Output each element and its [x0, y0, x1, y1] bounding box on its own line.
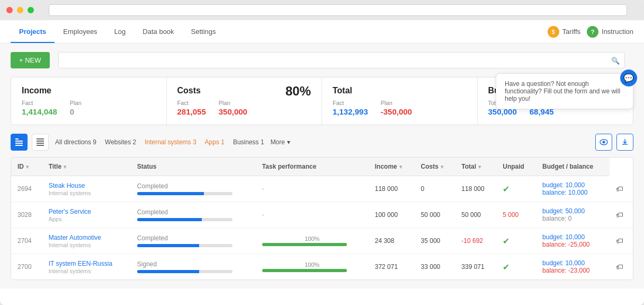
task-percent: 100% — [262, 236, 362, 242]
task-percent: 100% — [262, 262, 362, 268]
cell-income: 100 000 — [369, 202, 415, 228]
task-progress-bar — [262, 243, 347, 246]
nav-databook[interactable]: Data book — [134, 20, 182, 43]
task-dash: - — [262, 211, 264, 219]
table-row: 2700IT system EEN-RussiaInternal systems… — [11, 254, 633, 280]
task-dash: - — [262, 185, 264, 193]
filter-business[interactable]: Business 1 — [231, 137, 266, 147]
project-title-link[interactable]: IT system EEN-Russia — [49, 260, 124, 267]
project-title-link[interactable]: Peter's Service — [49, 208, 124, 215]
budget-value: budget: 50,000 — [542, 207, 603, 215]
progress-bar-blue — [137, 218, 232, 221]
balance-value: balance: 10,000 — [542, 189, 603, 196]
list-view-button[interactable] — [32, 134, 49, 151]
title-bar — [0, 0, 644, 20]
income-fact: Fact 1,414,048 — [22, 100, 57, 116]
cell-title: Master AutomotiveInternal systems — [42, 228, 131, 254]
filter-right — [595, 134, 633, 151]
tag-icon[interactable]: 🏷 — [616, 263, 623, 271]
minimize-button[interactable] — [17, 7, 23, 13]
nav-projects[interactable]: Projects — [11, 20, 55, 43]
filter-all-directions[interactable]: All directions 9 — [53, 137, 99, 147]
costs-values: Fact 281,055 Plan 350,000 — [177, 100, 311, 116]
project-title-link[interactable]: Master Automotive — [49, 234, 124, 241]
total-fact: Fact 1,132,993 — [333, 100, 368, 116]
filter-internal-systems[interactable]: Internal systems 3 — [142, 137, 198, 147]
cell-tag: 🏷 — [610, 202, 633, 228]
cell-tag: 🏷 — [610, 254, 633, 280]
svg-rect-3 — [15, 145, 23, 146]
tooltip-text: Have a question? Not enough functionalit… — [505, 80, 620, 102]
tariffs-button[interactable]: $ Tariffs — [548, 26, 580, 38]
col-title[interactable]: Title ▾ — [42, 158, 131, 176]
project-title-link[interactable]: Steak House — [49, 182, 124, 189]
income-plan: Plan 0 — [70, 100, 82, 116]
instruction-label: Instruction — [602, 28, 633, 36]
svg-rect-5 — [37, 141, 44, 142]
new-button[interactable]: + NEW — [11, 52, 50, 68]
nav-log[interactable]: Log — [106, 20, 135, 43]
unpaid-checkmark: ✔ — [503, 263, 509, 272]
export-button[interactable] — [616, 134, 633, 151]
total-plan: Plan -350,000 — [381, 100, 412, 116]
nav-settings[interactable]: Settings — [183, 20, 225, 43]
search-input[interactable] — [58, 52, 625, 68]
tag-icon[interactable]: 🏷 — [616, 237, 623, 245]
nav-employees[interactable]: Employees — [55, 20, 105, 43]
instruction-button[interactable]: ? Instruction — [587, 26, 633, 38]
cell-costs: 35 000 — [415, 228, 455, 254]
filter-websites[interactable]: Websites 2 — [103, 137, 138, 147]
costs-sort-icon: ▾ — [441, 164, 443, 170]
income-sort-icon: ▾ — [399, 164, 402, 170]
more-dropdown[interactable]: More ▾ — [271, 138, 290, 146]
balance-value: balance: 0 — [542, 215, 603, 222]
search-row: + NEW 🔍 Have a question? Not enough func… — [11, 52, 633, 68]
maximize-button[interactable] — [28, 7, 34, 13]
top-nav: Projects Employees Log Data book Setting… — [0, 20, 644, 43]
col-income[interactable]: Income ▾ — [369, 158, 415, 176]
balance-value: balance: -25,000 — [542, 241, 603, 248]
table-row: 2694Steak HouseInternal systemsCompleted… — [11, 176, 633, 202]
cell-budget-balance: budget: 10,000 balance: -25,000 — [536, 228, 610, 254]
col-costs[interactable]: Costs ▾ — [415, 158, 455, 176]
filter-apps[interactable]: Apps 1 — [203, 137, 227, 147]
col-total[interactable]: Total ▾ — [455, 158, 496, 176]
cell-costs: 50 000 — [415, 202, 455, 228]
instruction-icon: ? — [587, 26, 598, 38]
cell-task-performance: 100% — [256, 254, 369, 280]
tag-icon[interactable]: 🏷 — [616, 211, 623, 219]
total-card: Total Fact 1,132,993 Plan -350,000 — [322, 77, 478, 125]
col-task-performance: Task performance — [256, 158, 369, 176]
svg-rect-0 — [15, 138, 19, 140]
url-bar[interactable] — [49, 4, 627, 16]
cell-total: 118 000 — [455, 176, 496, 202]
table-row: 3028Peter's ServiceAppsCompleted -100 00… — [11, 202, 633, 228]
costs-fact: Fact 281,055 — [177, 100, 206, 116]
cell-status: Completed — [131, 176, 256, 202]
cell-tag: 🏷 — [610, 228, 633, 254]
unpaid-checkmark: ✔ — [503, 185, 509, 194]
svg-rect-7 — [37, 145, 44, 146]
svg-rect-6 — [37, 143, 44, 144]
chat-icon[interactable]: 💬 — [620, 69, 637, 86]
total-sort-icon: ▾ — [478, 164, 481, 170]
nav-right: $ Tariffs ? Instruction — [548, 26, 633, 38]
tag-icon[interactable]: 🏷 — [616, 185, 623, 193]
cell-total: 339 071 — [455, 254, 496, 280]
col-id[interactable]: ID ▾ — [11, 158, 42, 176]
close-button[interactable] — [6, 7, 13, 13]
tooltip-box: Have a question? Not enough functionalit… — [496, 73, 633, 109]
cell-budget-balance: budget: 10,000 balance: 10,000 — [536, 176, 610, 202]
project-subtitle: Internal systems — [49, 242, 124, 248]
income-title: Income — [22, 86, 156, 95]
grid-view-button[interactable] — [11, 134, 28, 151]
eye-button[interactable] — [595, 134, 612, 151]
cell-title: Peter's ServiceApps — [42, 202, 131, 228]
cell-budget-balance: budget: 10,000 balance: -23,000 — [536, 254, 610, 280]
cell-income: 24 308 — [369, 228, 415, 254]
cell-total: 50 000 — [455, 202, 496, 228]
svg-point-9 — [603, 141, 605, 144]
tariffs-label: Tariffs — [562, 28, 580, 36]
cell-costs: 0 — [415, 176, 455, 202]
cell-costs: 33 000 — [415, 254, 455, 280]
